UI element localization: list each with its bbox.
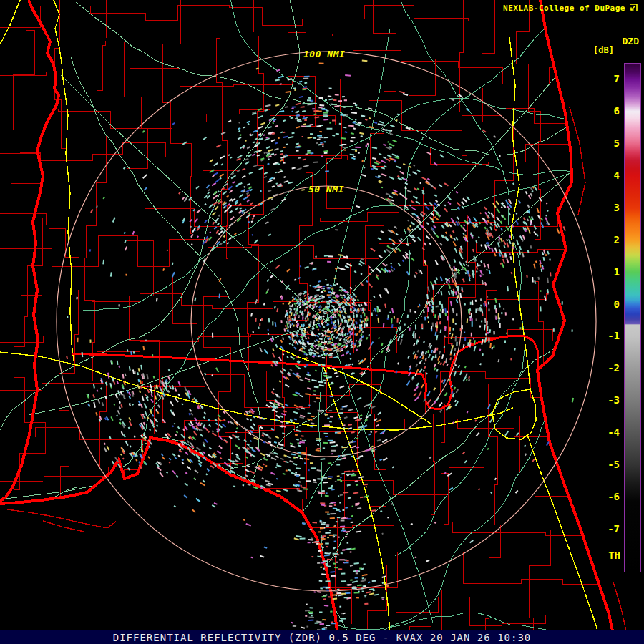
colorbar-tick-label: -7 [591,522,620,535]
brand-text: NEXLAB-College of DuPage [503,4,625,13]
radar-display: NEXLAB-College of DuPage DZD [dB] 765432… [0,0,644,644]
status-bar: DIFFERENTIAL REFLECTIVITY (ZDR) 0.5 DEG … [0,630,644,644]
colorbar-tick-label: -3 [591,394,620,406]
units-label: [dB] [593,45,614,55]
colorbar-tick-label: -6 [591,490,620,503]
colorbar-tick-label: -1 [591,329,620,342]
colorbar-tick-label: 3 [591,201,620,214]
colorbar-tick-label: 2 [591,233,620,246]
colorbar-tick-label: 1 [591,265,620,278]
colorbar-tick-label: -5 [591,458,620,471]
radar-echoes [66,60,574,641]
colorbar-tick-label: 5 [591,137,620,150]
colorbar-tick-label: 7 [591,72,620,85]
range-ring-label-100: 100 NMI [303,49,345,59]
colorbar [624,63,641,572]
colorbar-threshold-label: TH [608,550,620,561]
status-bar-text: DIFFERENTIAL REFLECTIVITY (ZDR) 0.5 DEG … [113,632,532,643]
expand-icon[interactable] [628,3,638,13]
colorbar-gradient [625,64,640,572]
colorbar-tick-label: 6 [591,104,620,117]
radar-map[interactable] [0,0,644,644]
colorbar-tick-label: 0 [591,298,620,311]
product-code: DZD [623,36,639,47]
colorbar-tick-label: -2 [591,361,620,374]
colorbar-tick-label: 4 [591,169,620,182]
colorbar-tick-label: -4 [591,426,620,439]
range-ring-label-50: 50 NMI [308,184,344,195]
